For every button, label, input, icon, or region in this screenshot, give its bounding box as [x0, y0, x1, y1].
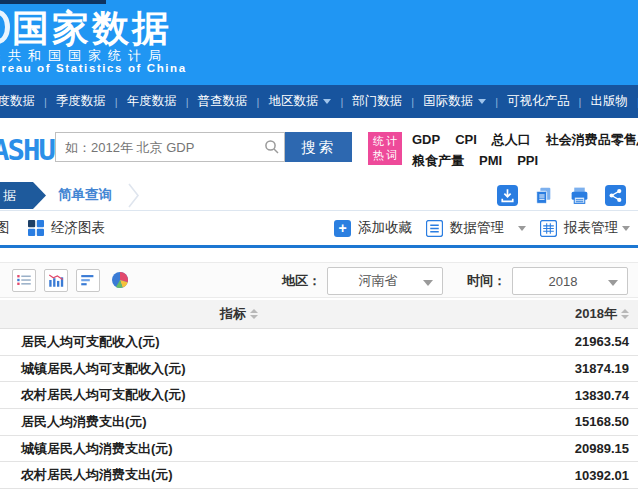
- chevron-down-icon[interactable]: [622, 226, 630, 231]
- region-dropdown[interactable]: 河南省: [327, 267, 443, 295]
- data-manage-button[interactable]: 数据管理: [450, 219, 504, 237]
- nav-item-visualization[interactable]: 可视化产品: [507, 93, 570, 110]
- nav-separator: |: [495, 96, 498, 108]
- main-nav: 月度数据 | 季度数据 | 年度数据 | 普查数据 | 地区数据 | 部门数据 …: [0, 85, 638, 118]
- nav-item-department[interactable]: 部门数据: [352, 93, 402, 110]
- table-header: 指标 2018年: [0, 300, 638, 329]
- share-icon[interactable]: [605, 185, 626, 206]
- add-favorite-button[interactable]: 添加收藏: [358, 219, 412, 237]
- time-dropdown[interactable]: 2018: [512, 267, 628, 295]
- hot-word-ppi[interactable]: PPI: [517, 153, 538, 168]
- table-row: 居民人均可支配收入(元) 21963.54: [0, 329, 638, 356]
- value-cell: 20989.15: [478, 441, 638, 456]
- table-row: 居民人均消费支出(元) 15168.50: [0, 409, 638, 436]
- nav-separator: |: [411, 96, 414, 108]
- nav-item-quarterly[interactable]: 季度数据: [56, 93, 106, 110]
- hot-words: GDPCPI总人口社会消费品零售总额 粮食产量PMIPPI: [412, 129, 638, 171]
- tab-cut-left[interactable]: 图: [0, 211, 10, 245]
- bar-chart-view-icon[interactable]: [44, 269, 68, 292]
- indicator-cell: 农村居民人均消费支出(元): [0, 466, 478, 484]
- data-table: 指标 2018年 居民人均可支配收入(元) 21963.54 城镇居民人均可支配…: [0, 300, 638, 489]
- print-icon[interactable]: [569, 185, 590, 206]
- hot-word-cpi[interactable]: CPI: [455, 132, 477, 147]
- nav-item-annual[interactable]: 年度数据: [127, 93, 177, 110]
- nav-separator: |: [579, 96, 582, 108]
- pie-chart-view-icon[interactable]: [108, 269, 132, 292]
- nav-separator: |: [257, 96, 260, 108]
- chevron-down-icon[interactable]: [518, 226, 526, 231]
- download-icon[interactable]: [497, 185, 518, 206]
- value-cell: 21963.54: [478, 334, 638, 349]
- breadcrumb: 据 简单查询: [0, 180, 638, 211]
- chevron-down-icon: [423, 280, 433, 286]
- value-cell: 15168.50: [478, 414, 638, 429]
- hot-word-pmi[interactable]: PMI: [479, 153, 502, 168]
- table-row: 农村居民人均可支配收入(元) 13830.74: [0, 382, 638, 409]
- site-subtitle-en: ureau of Statistics of China: [0, 62, 187, 74]
- hot-words-badge: 统计 热词: [368, 132, 402, 165]
- nav-separator: |: [44, 96, 47, 108]
- nav-separator: |: [340, 96, 343, 108]
- filter-toolbar: 地区： 河南省 时间： 2018: [0, 262, 638, 298]
- indicator-cell: 城镇居民人均可支配收入(元): [0, 360, 478, 378]
- indicator-cell: 居民人均可支配收入(元): [0, 333, 478, 351]
- data-manage-icon: [426, 220, 443, 237]
- sort-icon[interactable]: [621, 309, 629, 319]
- view-switcher: [12, 269, 132, 292]
- value-cell: 31874.19: [478, 361, 638, 376]
- add-icon[interactable]: +: [334, 220, 351, 237]
- chevron-down-icon: [478, 99, 486, 104]
- hot-word-grain[interactable]: 粮食产量: [412, 153, 464, 168]
- search-icon[interactable]: [260, 139, 284, 155]
- column-header-indicator[interactable]: 指标: [0, 305, 478, 323]
- breadcrumb-chevron-icon: [128, 183, 140, 212]
- search-section: ASHU 搜索 统计 热词 GDPCPI总人口社会消费品零售总额 粮食产量PMI…: [0, 118, 638, 180]
- filters: 地区： 河南省 时间： 2018: [282, 263, 628, 299]
- list-view-icon[interactable]: [12, 269, 36, 292]
- table-row: 农村居民人均消费支出(元) 10392.01: [0, 462, 638, 489]
- nav-separator: |: [115, 96, 118, 108]
- emblem-icon: [0, 10, 10, 44]
- copy-icon[interactable]: [533, 185, 554, 206]
- report-manage-icon: [540, 220, 557, 237]
- dashu-logo: ASHU: [0, 133, 54, 167]
- economic-chart-icon: [28, 220, 44, 236]
- indicator-cell: 农村居民人均可支配收入(元): [0, 386, 478, 404]
- nav-item-census[interactable]: 普查数据: [198, 93, 248, 110]
- hbar-view-icon[interactable]: [76, 269, 100, 292]
- indicator-cell: 城镇居民人均消费支出(元): [0, 440, 478, 458]
- site-header: 国家数据 民共和国国家统计局 ureau of Statistics of Ch…: [0, 0, 638, 85]
- chevron-down-icon: [608, 280, 618, 286]
- search-box: [55, 132, 285, 162]
- table-row: 城镇居民人均可支配收入(元) 31874.19: [0, 356, 638, 383]
- column-header-year[interactable]: 2018年: [478, 305, 638, 323]
- search-button[interactable]: 搜索: [285, 132, 352, 162]
- value-cell: 10392.01: [478, 468, 638, 483]
- hot-word-population[interactable]: 总人口: [492, 132, 531, 147]
- hot-word-retail[interactable]: 社会消费品零售总额: [546, 132, 638, 147]
- nav-item-monthly[interactable]: 月度数据: [0, 93, 35, 110]
- breadcrumb-tab[interactable]: 据: [0, 182, 46, 209]
- value-cell: 13830.74: [478, 388, 638, 403]
- breadcrumb-current[interactable]: 简单查询: [58, 180, 112, 210]
- chevron-down-icon: [323, 99, 331, 104]
- table-actions: + 添加收藏 数据管理 报表管理: [334, 211, 630, 245]
- region-label: 地区：: [282, 272, 321, 290]
- time-label: 时间：: [467, 272, 506, 290]
- sort-icon[interactable]: [250, 309, 258, 319]
- view-tabs-row: 图 经济图表 + 添加收藏 数据管理 报表管理: [0, 211, 638, 245]
- nav-item-international[interactable]: 国际数据: [423, 93, 486, 110]
- nav-item-publications[interactable]: 出版物: [590, 93, 628, 110]
- table-row: 城镇居民人均消费支出(元) 20989.15: [0, 436, 638, 463]
- nav-separator: |: [186, 96, 189, 108]
- report-manage-button[interactable]: 报表管理: [564, 219, 618, 237]
- nav-item-regional[interactable]: 地区数据: [268, 93, 331, 110]
- action-icons: [497, 185, 626, 206]
- indicator-cell: 居民人均消费支出(元): [0, 413, 478, 431]
- search-input[interactable]: [56, 140, 260, 155]
- hot-word-gdp[interactable]: GDP: [412, 132, 440, 147]
- tab-economic-charts[interactable]: 经济图表: [51, 211, 105, 245]
